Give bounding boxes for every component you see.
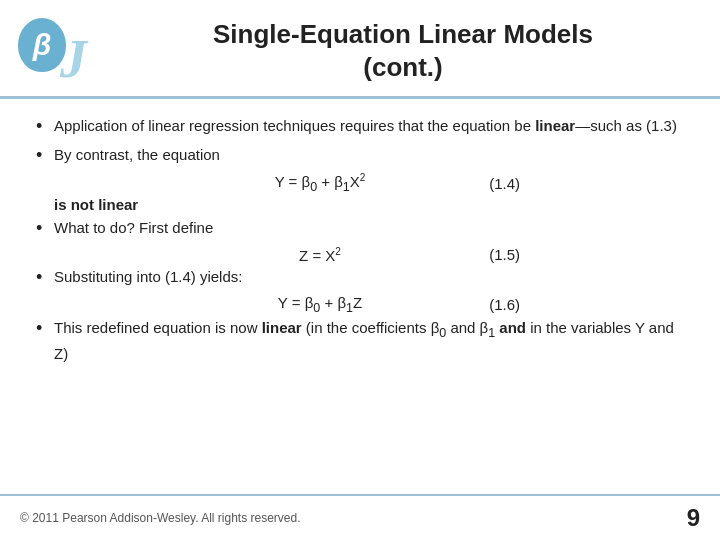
bullet-text: Application of linear regression techniq… (54, 115, 684, 137)
bullet-dot: • (36, 145, 54, 167)
equation-14: Y = β0 + β1X2 (1.4) (36, 172, 684, 194)
bullet-list-3: • Substituting into (1.4) yields: (36, 266, 684, 289)
copyright-text: © 2011 Pearson Addison-Wesley. All right… (20, 511, 301, 525)
bullet-text: Substituting into (1.4) yields: (54, 266, 684, 288)
footer: © 2011 Pearson Addison-Wesley. All right… (0, 494, 720, 540)
slide-title: Single-Equation Linear Models (cont.) (116, 18, 690, 83)
bullet-list-4: • This redefined equation is now linear … (36, 317, 684, 364)
equation-15: Z = X2 (1.5) (36, 246, 684, 264)
bullet-dot: • (36, 318, 54, 340)
list-item: • Application of linear regression techn… (36, 115, 684, 138)
bullet-dot: • (36, 218, 54, 240)
bullet-dot: • (36, 116, 54, 138)
title-line2: (cont.) (363, 52, 442, 82)
page-number: 9 (687, 504, 700, 532)
bullet-text: This redefined equation is now linear (i… (54, 317, 684, 364)
equation-16-number: (1.6) (450, 296, 530, 313)
title-line1: Single-Equation Linear Models (213, 19, 593, 49)
equation-15-formula: Z = X2 (190, 246, 450, 264)
list-item: • What to do? First define (36, 217, 684, 240)
header: β J Single-Equation Linear Models (cont.… (0, 0, 720, 99)
list-item: • This redefined equation is now linear … (36, 317, 684, 364)
logo-j-icon: J (60, 32, 98, 86)
list-item: • By contrast, the equation (36, 144, 684, 167)
equation-14-formula: Y = β0 + β1X2 (190, 172, 450, 194)
bullet-list: • Application of linear regression techn… (36, 115, 684, 166)
bullet-dot: • (36, 267, 54, 289)
equation-14-number: (1.4) (450, 175, 530, 192)
bullet-list-2: • What to do? First define (36, 217, 684, 240)
list-item: • Substituting into (1.4) yields: (36, 266, 684, 289)
equation-15-number: (1.5) (450, 246, 530, 263)
logo: β J (18, 18, 98, 86)
slide: β J Single-Equation Linear Models (cont.… (0, 0, 720, 540)
logo-beta-icon: β (18, 18, 66, 72)
content-area: • Application of linear regression techn… (0, 99, 720, 380)
equation-16-formula: Y = β0 + β1Z (190, 294, 450, 315)
bullet-text: By contrast, the equation (54, 144, 684, 166)
equation-16: Y = β0 + β1Z (1.6) (36, 294, 684, 315)
title-area: Single-Equation Linear Models (cont.) (116, 18, 690, 83)
bullet-text: What to do? First define (54, 217, 684, 239)
not-linear-label: is not linear (54, 196, 684, 213)
